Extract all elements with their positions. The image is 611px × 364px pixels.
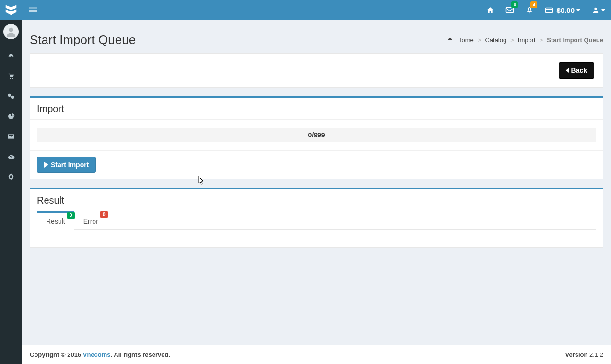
sidebar-item-cubes[interactable] bbox=[0, 86, 22, 106]
svg-rect-9 bbox=[11, 55, 11, 56]
sidebar bbox=[0, 20, 22, 364]
svg-point-11 bbox=[12, 78, 13, 79]
mail-badge: 0 bbox=[511, 1, 518, 8]
result-panel: Result Result 0 Error 0 bbox=[30, 188, 603, 248]
start-import-button[interactable]: Start Import bbox=[37, 157, 96, 173]
tab-error-label: Error bbox=[83, 217, 98, 225]
svg-point-13 bbox=[450, 40, 451, 41]
svg-rect-1 bbox=[29, 10, 37, 11]
svg-point-6 bbox=[594, 8, 597, 10]
footer-version: 2.1.2 bbox=[589, 351, 603, 358]
main-content: Start Import Queue Home > Catalog > Impo… bbox=[22, 20, 611, 364]
footer-version-label: Version bbox=[565, 351, 590, 358]
start-import-label: Start Import bbox=[51, 161, 89, 169]
back-button[interactable]: Back bbox=[559, 62, 594, 79]
svg-rect-4 bbox=[546, 8, 553, 13]
footer-brand-link[interactable]: Vnecoms bbox=[83, 351, 111, 358]
mail-icon[interactable]: 0 bbox=[500, 0, 520, 20]
result-panel-title: Result bbox=[30, 189, 603, 211]
caret-down-icon bbox=[576, 9, 580, 11]
dashboard-icon bbox=[447, 37, 453, 43]
avatar[interactable] bbox=[3, 24, 19, 39]
page-title: Start Import Queue bbox=[30, 33, 136, 47]
bell-icon[interactable]: 4 bbox=[520, 0, 539, 20]
footer: Copyright © 2016 Vnecoms. All rights res… bbox=[22, 345, 611, 364]
balance-amount: $0.00 bbox=[556, 6, 575, 14]
svg-rect-2 bbox=[29, 11, 37, 12]
breadcrumb-home[interactable]: Home bbox=[457, 36, 474, 44]
sidebar-item-dashboard[interactable] bbox=[0, 46, 22, 66]
action-panel: Back bbox=[30, 53, 603, 88]
balance-display[interactable]: $0.00 bbox=[539, 0, 586, 20]
user-menu[interactable] bbox=[586, 0, 611, 20]
footer-copyright-prefix: Copyright © 2016 bbox=[30, 351, 83, 358]
tab-result-count: 0 bbox=[67, 212, 75, 219]
tab-result[interactable]: Result 0 bbox=[37, 211, 74, 230]
import-panel-title: Import bbox=[30, 98, 603, 120]
svg-point-7 bbox=[9, 28, 13, 32]
sidebar-item-cloud[interactable] bbox=[0, 147, 22, 167]
breadcrumb-import[interactable]: Import bbox=[518, 36, 536, 44]
sidebar-item-cart[interactable] bbox=[0, 66, 22, 86]
svg-rect-3 bbox=[506, 8, 514, 13]
tab-error[interactable]: Error 0 bbox=[74, 211, 107, 230]
breadcrumb-catalog[interactable]: Catalog bbox=[485, 36, 506, 44]
import-panel: Import 0/999 Start Import bbox=[30, 96, 603, 179]
home-icon[interactable] bbox=[481, 0, 500, 20]
chevron-left-icon bbox=[566, 68, 569, 73]
back-button-label: Back bbox=[571, 67, 587, 74]
sidebar-item-mail[interactable] bbox=[0, 126, 22, 147]
play-icon bbox=[44, 162, 48, 168]
sidebar-item-settings[interactable] bbox=[0, 167, 22, 187]
footer-copyright-suffix: . All rights reserved. bbox=[111, 351, 171, 358]
bell-badge: 4 bbox=[530, 1, 537, 8]
page-header: Start Import Queue Home > Catalog > Impo… bbox=[30, 26, 603, 53]
result-tabs: Result 0 Error 0 bbox=[37, 211, 596, 230]
svg-rect-0 bbox=[29, 8, 37, 9]
breadcrumb-current: Start Import Queue bbox=[547, 36, 603, 44]
tab-error-count: 0 bbox=[100, 211, 108, 218]
svg-point-10 bbox=[10, 78, 11, 79]
topbar-actions: 0 4 $0.00 bbox=[481, 0, 611, 20]
topbar: 0 4 $0.00 bbox=[0, 0, 611, 20]
tab-result-label: Result bbox=[46, 217, 65, 225]
brand-logo[interactable] bbox=[0, 0, 22, 20]
caret-down-icon bbox=[601, 9, 605, 11]
breadcrumb: Home > Catalog > Import > Start Import Q… bbox=[447, 36, 603, 44]
sidebar-item-reports[interactable] bbox=[0, 106, 22, 126]
import-progress: 0/999 bbox=[37, 128, 596, 142]
sidebar-toggle[interactable] bbox=[22, 0, 44, 20]
